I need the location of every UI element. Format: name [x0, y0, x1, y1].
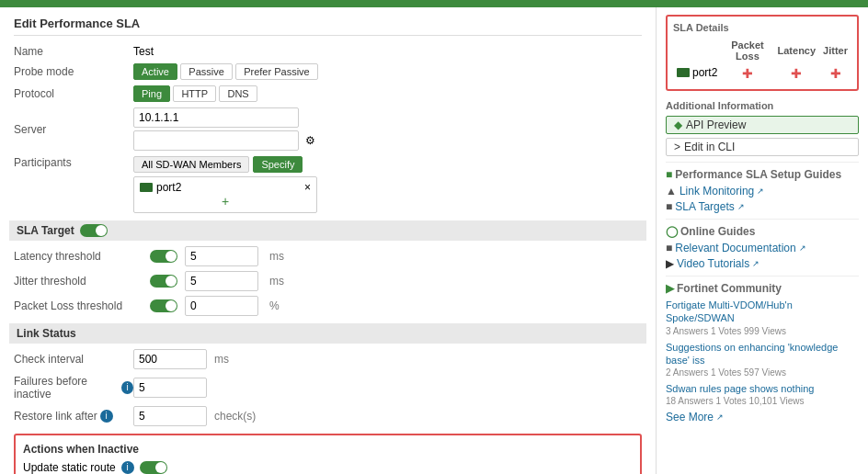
- sla-target-toggle[interactable]: [80, 224, 108, 237]
- jitter-threshold-label: Jitter threshold: [14, 275, 143, 288]
- latency-input[interactable]: [185, 246, 258, 266]
- edit-cli-btn[interactable]: > Edit in CLI: [666, 138, 859, 156]
- api-preview-label: API Preview: [686, 118, 746, 131]
- performance-icon: ■: [666, 168, 672, 181]
- check-interval-input[interactable]: [133, 349, 207, 369]
- sla-targets-link[interactable]: ■ SLA Targets ↗: [666, 200, 859, 213]
- sla-row-port2: port2 ✚ ✚ ✚: [673, 63, 851, 84]
- sla-packet-loss-btn[interactable]: ✚: [721, 63, 773, 84]
- all-sdwan-btn[interactable]: All SD-WAN Members: [133, 156, 249, 173]
- actions-when-inactive-box: Actions when Inactive Update static rout…: [14, 434, 642, 474]
- update-static-route-info[interactable]: i: [121, 461, 134, 474]
- port-item: port2 ×: [140, 181, 311, 194]
- latency-toggle[interactable]: [150, 250, 177, 263]
- sla-target-doc-icon: ■: [666, 200, 672, 213]
- setup-guides-label: Performance SLA Setup Guides: [675, 168, 841, 181]
- divider1: [666, 162, 859, 163]
- relevant-docs-link[interactable]: ■ Relevant Documentation ↗: [666, 242, 859, 254]
- server-input[interactable]: [133, 107, 299, 128]
- sla-port-name: port2: [673, 63, 721, 82]
- left-panel: Edit Performance SLA Name Test Probe mod…: [0, 7, 657, 474]
- link-status-header: Link Status: [9, 323, 646, 344]
- sla-port-icon: [677, 68, 690, 77]
- failures-input[interactable]: [133, 378, 207, 398]
- remove-port-btn[interactable]: ×: [304, 181, 311, 194]
- participants-box: port2 × +: [133, 176, 317, 213]
- server-secondary-input[interactable]: [133, 130, 299, 151]
- protocol-dns[interactable]: DNS: [219, 85, 257, 102]
- monitor-icon: ▲: [666, 185, 677, 198]
- probe-mode-active[interactable]: Active: [133, 63, 177, 80]
- participants-row: Participants All SD-WAN Members Specify …: [14, 156, 642, 213]
- community-link-2[interactable]: Suggestions on enhancing 'knowledge base…: [666, 341, 859, 367]
- probe-mode-prefer-passive[interactable]: Prefer Passive: [235, 63, 318, 80]
- probe-mode-passive[interactable]: Passive: [180, 63, 233, 80]
- restore-label-container: Restore link after i: [14, 410, 133, 423]
- protocol-ping[interactable]: Ping: [133, 85, 170, 102]
- see-more-link[interactable]: See More ↗: [666, 411, 859, 423]
- check-interval-row: Check interval ms: [14, 349, 642, 369]
- relevant-docs-label: Relevant Documentation: [675, 242, 795, 254]
- sla-targets-label: SLA Targets: [675, 200, 735, 213]
- packet-loss-toggle[interactable]: [150, 299, 177, 312]
- page-title: Edit Performance SLA: [14, 17, 642, 36]
- divider3: [666, 276, 859, 276]
- port-icon: [140, 183, 153, 192]
- sla-port-label: port2: [692, 66, 717, 79]
- video-tutorials-link[interactable]: ▶ Video Tutorials ↗: [666, 257, 859, 270]
- server-label: Server: [14, 123, 133, 136]
- check-interval-value: ms: [133, 349, 642, 369]
- link-monitoring-link[interactable]: ▲ Link Monitoring ↗: [666, 185, 859, 198]
- packet-loss-unit: %: [269, 299, 280, 312]
- failures-value: [133, 378, 642, 398]
- server-row: Server ⚙: [14, 107, 642, 151]
- port-name: port2: [156, 181, 181, 194]
- jitter-unit: ms: [269, 275, 284, 288]
- online-guides-section: ◯ Online Guides ■ Relevant Documentation…: [666, 225, 859, 270]
- latency-threshold-label: Latency threshold: [14, 250, 143, 263]
- sla-jitter-btn[interactable]: ✚: [819, 63, 851, 84]
- jitter-input[interactable]: [185, 271, 258, 291]
- link-status-label: Link Status: [17, 327, 76, 340]
- failures-info-icon[interactable]: i: [121, 381, 133, 394]
- edit-cli-label: Edit in CLI: [684, 141, 735, 153]
- restore-input[interactable]: [133, 406, 207, 426]
- community-link-3[interactable]: Sdwan rules page shows nothing: [666, 382, 859, 395]
- protocol-row: Protocol Ping HTTP DNS: [14, 85, 642, 102]
- protocol-http[interactable]: HTTP: [173, 85, 216, 102]
- sla-col-empty: [673, 38, 721, 63]
- restore-label: Restore link after: [14, 410, 97, 423]
- additional-info-title: Additional Information: [666, 100, 859, 111]
- api-preview-btn[interactable]: ◆ API Preview: [666, 116, 859, 134]
- community-link-1[interactable]: Fortigate Multi-VDOM/Hub'n Spoke/SDWAN: [666, 299, 859, 325]
- participants-label: Participants: [14, 156, 133, 169]
- video-icon: ▶: [666, 257, 674, 270]
- community-title-label: Fortinet Community: [677, 282, 782, 295]
- sla-col-jitter: Jitter: [819, 38, 851, 63]
- specify-btn[interactable]: Specify: [253, 156, 303, 173]
- protocol-buttons: Ping HTTP DNS: [133, 85, 642, 102]
- sla-latency-btn[interactable]: ✚: [774, 63, 820, 84]
- protocol-label: Protocol: [14, 87, 133, 100]
- video-external-link-icon: ↗: [752, 259, 760, 268]
- community-title: ▶ Fortinet Community: [666, 282, 859, 295]
- latency-add-icon[interactable]: ✚: [791, 66, 802, 81]
- jitter-add-icon[interactable]: ✚: [830, 66, 841, 81]
- setup-guides-title: ■ Performance SLA Setup Guides: [666, 168, 859, 181]
- see-more-icon: ↗: [716, 412, 724, 422]
- failures-row: Failures before inactive i: [14, 375, 642, 401]
- probe-mode-label: Probe mode: [14, 65, 133, 78]
- update-static-route-toggle[interactable]: [140, 461, 167, 474]
- jitter-toggle[interactable]: [150, 275, 177, 288]
- community-item-2: Suggestions on enhancing 'knowledge base…: [666, 341, 859, 378]
- community-meta-1: 3 Answers 1 Votes 999 Views: [666, 326, 859, 336]
- add-port-btn[interactable]: +: [140, 194, 311, 209]
- community-item-1: Fortigate Multi-VDOM/Hub'n Spoke/SDWAN 3…: [666, 299, 859, 336]
- restore-info-icon[interactable]: i: [100, 410, 113, 423]
- book-icon: ■: [666, 242, 672, 254]
- packet-loss-add-icon[interactable]: ✚: [742, 66, 753, 81]
- failures-label: Failures before inactive: [14, 375, 119, 401]
- see-more-label: See More: [666, 411, 714, 423]
- packet-loss-input[interactable]: [185, 296, 258, 316]
- video-tutorials-label: Video Tutorials: [677, 257, 749, 270]
